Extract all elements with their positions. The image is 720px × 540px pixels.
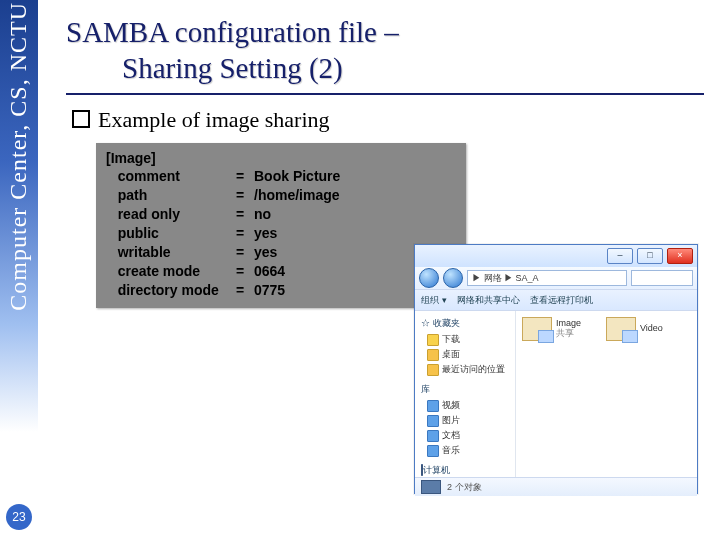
explorer-toolbar: 组织 ▾ 网络和共享中心 查看远程打印机 (415, 290, 697, 311)
address-field[interactable]: ▶ 网络 ▶ SA_A (467, 270, 627, 286)
file-pane: Image 共享 Video (516, 311, 697, 477)
status-computer-icon (421, 480, 441, 494)
minimize-button[interactable]: – (607, 248, 633, 264)
code-key: path (106, 186, 236, 205)
code-key: read only (106, 205, 236, 224)
code-value: yes (254, 224, 277, 243)
share-sub: 共享 (556, 329, 581, 339)
maximize-button[interactable]: □ (637, 248, 663, 264)
code-value: 0775 (254, 281, 285, 300)
folder-icon (427, 349, 439, 361)
close-button[interactable]: × (667, 248, 693, 264)
address-bar: ▶ 网络 ▶ SA_A (415, 267, 697, 290)
nav-item[interactable]: 音乐 (417, 443, 513, 458)
code-key: directory mode (106, 281, 236, 300)
title-line-1: SAMBA configuration file – (66, 16, 399, 48)
nav-group-computer[interactable]: 计算机 (421, 464, 513, 477)
sidebar-vertical-text: Computer Center, CS, NCTU (6, 2, 30, 311)
status-bar: 2 个对象 (415, 477, 697, 496)
title-line-2: Sharing Setting (2) (66, 50, 704, 86)
nav-forward-icon[interactable] (443, 268, 463, 288)
slide-title: SAMBA configuration file – Sharing Setti… (66, 14, 704, 87)
window-titlebar: – □ × (415, 245, 697, 267)
nav-item[interactable]: 桌面 (417, 347, 513, 362)
nav-item[interactable]: 图片 (417, 413, 513, 428)
nav-item[interactable]: 最近访问的位置 (417, 362, 513, 377)
share-item[interactable]: Image 共享 (522, 317, 592, 341)
toolbar-network-center[interactable]: 网络和共享中心 (457, 294, 520, 307)
share-folder-icon (606, 317, 636, 341)
bullet-square-icon (72, 110, 90, 128)
share-name: Video (640, 324, 663, 334)
search-input[interactable] (631, 270, 693, 286)
share-item[interactable]: Video (606, 317, 676, 341)
toolbar-view-printers[interactable]: 查看远程打印机 (530, 294, 593, 307)
library-icon (427, 445, 439, 457)
bullet-text: Example of image sharing (98, 107, 330, 132)
folder-icon (427, 334, 439, 346)
code-key: public (106, 224, 236, 243)
share-folder-icon (522, 317, 552, 341)
nav-item[interactable]: 下载 (417, 332, 513, 347)
code-value: 0664 (254, 262, 285, 281)
code-key: writable (106, 243, 236, 262)
code-value: yes (254, 243, 277, 262)
code-key: comment (106, 167, 236, 186)
nav-group-libraries[interactable]: 库 (421, 383, 513, 396)
library-icon (427, 415, 439, 427)
explorer-window: – □ × ▶ 网络 ▶ SA_A 组织 ▾ 网络和共享中心 查看远程打印机 ☆… (414, 244, 698, 494)
nav-item[interactable]: 文档 (417, 428, 513, 443)
status-text: 2 个对象 (447, 481, 482, 494)
code-section-header: [Image] (106, 149, 456, 168)
code-value: Book Picture (254, 167, 340, 186)
bullet-line: Example of image sharing (72, 107, 704, 133)
nav-back-icon[interactable] (419, 268, 439, 288)
library-icon (427, 400, 439, 412)
nav-pane: ☆ 收藏夹 下载 桌面 最近访问的位置 库 视频 图片 文档 音乐 计算机 网络 (415, 311, 516, 477)
code-value: /home/image (254, 186, 340, 205)
code-value: no (254, 205, 271, 224)
folder-icon (427, 364, 439, 376)
title-rule (66, 93, 704, 95)
samba-config-codebox: [Image] comment=Book Picture path=/home/… (96, 143, 466, 308)
library-icon (427, 430, 439, 442)
nav-item[interactable]: 视频 (417, 398, 513, 413)
code-key: create mode (106, 262, 236, 281)
toolbar-organize[interactable]: 组织 ▾ (421, 294, 447, 307)
page-number-badge: 23 (6, 504, 32, 530)
nav-group-favorites[interactable]: ☆ 收藏夹 (421, 317, 513, 330)
